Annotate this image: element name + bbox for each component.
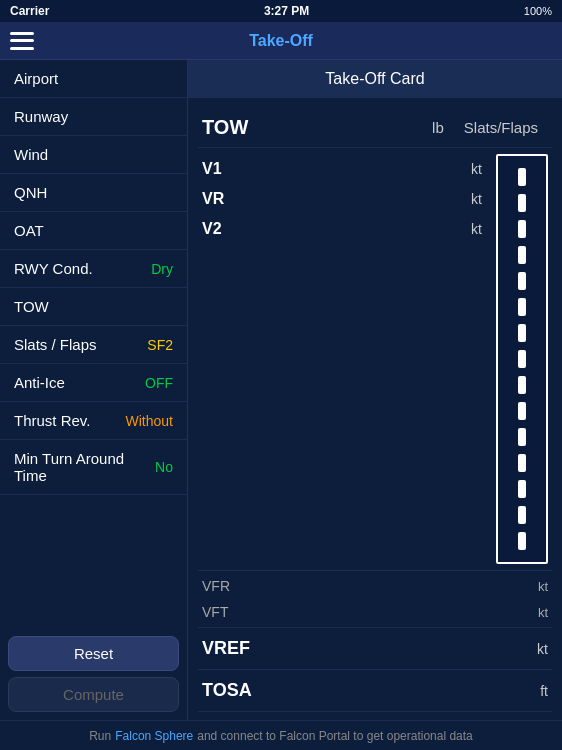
tosa-label: TOSA [202,680,540,701]
vref-label: VREF [202,638,537,659]
runway-dash [518,506,526,524]
runway-dash [518,350,526,368]
vfr-row: VFR kt [198,573,552,599]
menu-line-1 [10,32,34,35]
sidebar-item-value: No [155,459,173,475]
runway-graphic [496,154,548,564]
vft-unit: kt [538,605,548,620]
seg-row: 2nd Seg. CG % [198,712,552,720]
bottom-bar: Run Falcon Sphere and connect to Falcon … [0,720,562,750]
v2-row: V2 kt [198,214,486,244]
bottom-text-2: and connect to Falcon Portal to get oper… [197,729,473,743]
menu-icon[interactable] [10,32,34,50]
carrier-label: Carrier [10,4,49,18]
sidebar-item-rwy-cond[interactable]: RWY Cond.Dry [0,250,187,288]
vr-row: VR kt [198,184,486,214]
sidebar: AirportRunwayWindQNHOATRWY Cond.DryTOWSl… [0,60,188,720]
time-label: 3:27 PM [264,4,309,18]
sidebar-item-min-turn[interactable]: Min Turn Around TimeNo [0,440,187,495]
sidebar-item-label: Airport [14,70,58,87]
bottom-text-1: Run [89,729,111,743]
sidebar-item-value: SF2 [147,337,173,353]
sidebar-items: AirportRunwayWindQNHOATRWY Cond.DryTOWSl… [0,60,187,628]
sidebar-item-value: OFF [145,375,173,391]
panel-header: Take-Off Card [188,60,562,98]
sidebar-item-label: Anti-Ice [14,374,65,391]
runway-dash [518,376,526,394]
small-speeds-section: VFR kt VFT kt [198,571,552,628]
runway-dash [518,246,526,264]
sidebar-item-label: Thrust Rev. [14,412,90,429]
runway-dash [518,220,526,238]
speeds-left: V1 kt VR kt V2 kt [198,154,486,564]
runway-dash [518,480,526,498]
sidebar-item-label: RWY Cond. [14,260,93,277]
tow-unit: lb [432,119,444,136]
reset-button[interactable]: Reset [8,636,179,671]
menu-line-2 [10,39,34,42]
runway-dash [518,324,526,342]
vref-unit: kt [537,641,548,657]
v2-unit: kt [471,221,482,237]
sidebar-item-anti-ice[interactable]: Anti-IceOFF [0,364,187,402]
runway-dash [518,454,526,472]
vft-label: VFT [202,604,538,620]
v2-label: V2 [202,220,471,238]
sidebar-item-value: Without [126,413,173,429]
sidebar-item-label: TOW [14,298,49,315]
runway-dash [518,194,526,212]
status-bar: Carrier 3:27 PM 100% [0,0,562,22]
sidebar-item-wind[interactable]: Wind [0,136,187,174]
compute-button[interactable]: Compute [8,677,179,712]
sidebar-item-thrust-rev[interactable]: Thrust Rev.Without [0,402,187,440]
runway-dash [518,402,526,420]
vfr-label: VFR [202,578,538,594]
right-panel: Take-Off Card TOW lb Slats/Flaps V1 kt V… [188,60,562,720]
vfr-unit: kt [538,579,548,594]
nav-title: Take-Off [249,32,313,50]
tow-label: TOW [202,116,432,139]
sidebar-item-label: Slats / Flaps [14,336,97,353]
runway-dash [518,272,526,290]
sidebar-item-label: Min Turn Around Time [14,450,155,484]
sidebar-buttons: Reset Compute [0,628,187,720]
slats-flaps-label: Slats/Flaps [464,119,538,136]
sidebar-item-airport[interactable]: Airport [0,60,187,98]
sidebar-item-label: Runway [14,108,68,125]
vr-unit: kt [471,191,482,207]
sidebar-item-label: Wind [14,146,48,163]
main-content: AirportRunwayWindQNHOATRWY Cond.DryTOWSl… [0,60,562,720]
v1-row: V1 kt [198,154,486,184]
sidebar-item-label: QNH [14,184,47,201]
tosa-unit: ft [540,683,548,699]
sidebar-item-label: OAT [14,222,44,239]
nav-bar: Take-Off [0,22,562,60]
runway-dash [518,298,526,316]
vref-row: VREF kt [198,628,552,670]
falcon-sphere-link[interactable]: Falcon Sphere [115,729,193,743]
runway-dash [518,532,526,550]
sidebar-item-oat[interactable]: OAT [0,212,187,250]
sidebar-item-tow[interactable]: TOW [0,288,187,326]
card-content: TOW lb Slats/Flaps V1 kt VR kt V2 [188,98,562,720]
vft-row: VFT kt [198,599,552,625]
sidebar-item-runway[interactable]: Runway [0,98,187,136]
menu-line-3 [10,47,34,50]
v1-unit: kt [471,161,482,177]
vr-label: VR [202,190,471,208]
tow-row: TOW lb Slats/Flaps [198,108,552,148]
sidebar-item-qnh[interactable]: QNH [0,174,187,212]
v1-label: V1 [202,160,471,178]
runway-dash [518,428,526,446]
sidebar-item-value: Dry [151,261,173,277]
battery-label: 100% [524,5,552,17]
sidebar-item-slats-flaps[interactable]: Slats / FlapsSF2 [0,326,187,364]
runway-dash [518,168,526,186]
speeds-section: V1 kt VR kt V2 kt [198,148,552,571]
tosa-row: TOSA ft [198,670,552,712]
